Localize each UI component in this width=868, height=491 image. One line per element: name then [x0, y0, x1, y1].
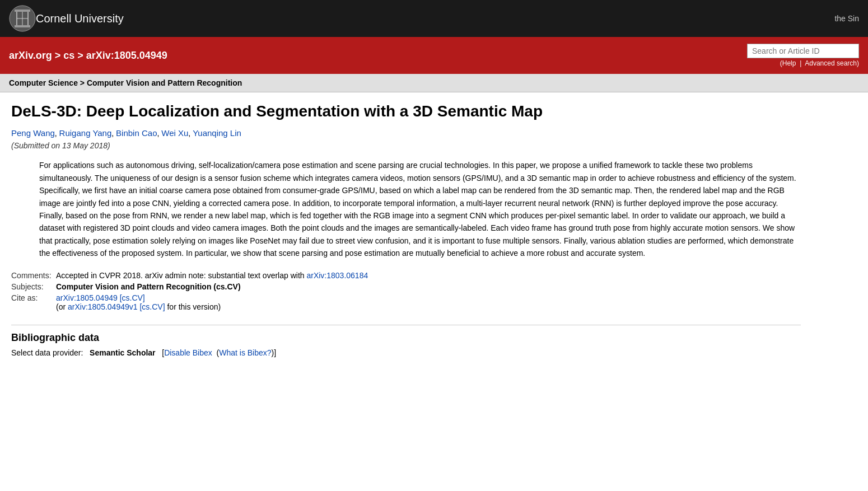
- what-bibex-link[interactable]: What is Bibex?: [219, 348, 271, 357]
- select-provider-label: Select data provider:: [11, 348, 83, 357]
- disable-bibex-link[interactable]: Disable Bibex: [164, 348, 212, 357]
- provider-name: Semantic Scholar: [90, 348, 156, 357]
- comments-row: Comments: Accepted in CVPR 2018. arXiv a…: [11, 271, 801, 280]
- citeas-label: Cite as:: [11, 293, 56, 311]
- submission-date: (Submitted on 13 May 2018): [11, 141, 801, 150]
- paper-title: DeLS-3D: Deep Localization and Segmentat…: [11, 101, 801, 121]
- advanced-search-link[interactable]: Advanced search: [805, 59, 857, 67]
- biblio-provider-row: Select data provider: Semantic Scholar […: [11, 348, 801, 357]
- search-links: (Help | Advanced search): [780, 59, 859, 67]
- citeas-link-1[interactable]: arXiv:1805.04949 [cs.CV]: [56, 293, 145, 302]
- svg-rect-5: [15, 25, 30, 27]
- subjects-row: Subjects: Computer Vision and Pattern Re…: [11, 282, 801, 291]
- authors-list: Peng Wang, Ruigang Yang, Binbin Cao, Wei…: [11, 128, 801, 138]
- bibliographic-data-title: Bibliographic data: [11, 325, 801, 344]
- svg-rect-4: [15, 10, 30, 12]
- subjects-value: Computer Vision and Pattern Recognition …: [56, 282, 241, 291]
- breadcrumb: arXiv.org > cs > arXiv:1805.04949: [9, 50, 167, 62]
- author-link-1[interactable]: Peng Wang: [11, 128, 55, 138]
- abstract-text: For applications such as autonomous driv…: [39, 159, 801, 259]
- subjects-label: Subjects:: [11, 282, 56, 291]
- citeas-link-2[interactable]: arXiv:1805.04949v1 [cs.CV]: [68, 302, 165, 311]
- topbar-right-text: the Sin: [834, 14, 859, 23]
- comments-value: Accepted in CVPR 2018. arXiv admin note:…: [56, 271, 368, 280]
- arxiv-header-bar: arXiv.org > cs > arXiv:1805.04949 (Help …: [0, 37, 868, 74]
- author-link-5[interactable]: Yuanqing Lin: [193, 128, 241, 138]
- cornell-shield-icon: [9, 5, 36, 32]
- top-navigation-bar: Cornell University the Sin: [0, 0, 868, 37]
- comments-arxiv-link[interactable]: arXiv:1803.06184: [306, 271, 368, 280]
- author-link-4[interactable]: Wei Xu: [161, 128, 188, 138]
- category-breadcrumb-bar: Computer Science > Computer Vision and P…: [0, 74, 868, 92]
- main-content: DeLS-3D: Deep Localization and Segmentat…: [0, 92, 812, 380]
- citeas-value: arXiv:1805.04949 [cs.CV] (or arXiv:1805.…: [56, 293, 221, 311]
- comments-label: Comments:: [11, 271, 56, 280]
- author-link-2[interactable]: Ruigang Yang: [59, 128, 112, 138]
- category-text: Computer Science > Computer Vision and P…: [9, 78, 242, 87]
- paper-metadata: Comments: Accepted in CVPR 2018. arXiv a…: [11, 271, 801, 311]
- search-input[interactable]: [747, 44, 859, 58]
- search-area: (Help | Advanced search): [747, 44, 859, 67]
- author-link-3[interactable]: Binbin Cao: [116, 128, 157, 138]
- cornell-university-label: Cornell University: [36, 12, 124, 25]
- citeas-row: Cite as: arXiv:1805.04949 [cs.CV] (or ar…: [11, 293, 801, 311]
- help-link[interactable]: Help: [782, 59, 796, 67]
